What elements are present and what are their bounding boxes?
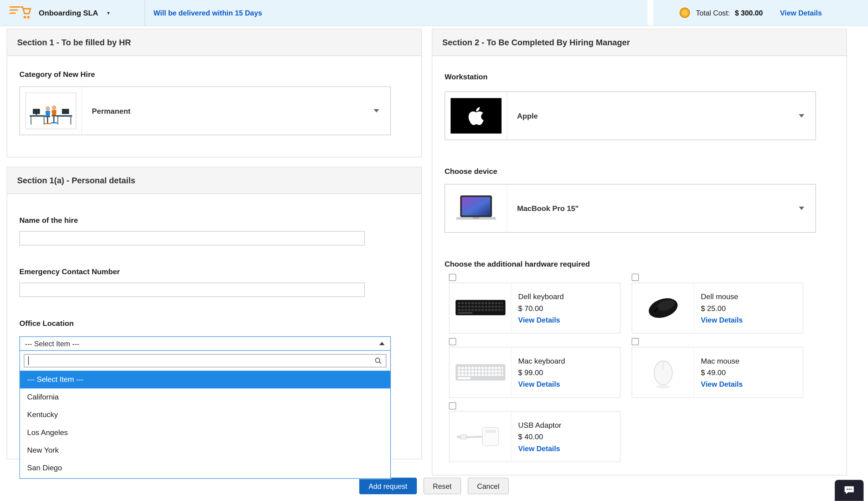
screen: Onboarding SLA ▾ Will be delivered withi… bbox=[0, 0, 868, 501]
total-cost-panel: Total Cost: $ 300.00 View Details bbox=[648, 0, 868, 25]
office-location-selected-text: --- Select Item --- bbox=[25, 339, 79, 348]
hardware-price: $ 70.00 bbox=[518, 304, 564, 312]
hardware-checkbox[interactable] bbox=[632, 274, 639, 281]
dropdown-option[interactable]: --- Select Item --- bbox=[20, 371, 390, 388]
item-header: Onboarding SLA ▾ bbox=[0, 4, 145, 22]
text-caret bbox=[28, 356, 29, 365]
total-cost-value: $ 300.00 bbox=[735, 9, 762, 17]
hardware-view-details-link[interactable]: View Details bbox=[518, 316, 560, 324]
dropdown-option[interactable]: San Diego bbox=[20, 459, 390, 477]
chevron-down-icon bbox=[799, 207, 804, 210]
additional-hardware-label: Choose the additional hardware required bbox=[444, 260, 834, 268]
hardware-item: Mac mouse $ 49.00 View Details bbox=[632, 338, 803, 398]
dropdown-options: --- Select Item --- California Kentucky … bbox=[20, 371, 390, 478]
dropdown-search-input[interactable] bbox=[24, 354, 386, 367]
hardware-price: $ 40.00 bbox=[518, 433, 561, 441]
form-actions: Add request Reset Cancel bbox=[0, 478, 868, 494]
hardware-view-details-link[interactable]: View Details bbox=[701, 380, 743, 388]
hardware-checkbox[interactable] bbox=[449, 274, 456, 281]
hardware-card: Mac keyboard $ 99.00 View Details bbox=[449, 347, 620, 398]
office-location-dropdown: --- Select Item --- bbox=[20, 336, 391, 351]
hardware-card: Dell mouse $ 25.00 View Details bbox=[632, 283, 803, 334]
cancel-button[interactable]: Cancel bbox=[468, 478, 509, 494]
chat-button[interactable] bbox=[835, 480, 864, 501]
hardware-image bbox=[632, 283, 694, 333]
choose-device-label: Choose device bbox=[444, 167, 834, 175]
hardware-checkbox[interactable] bbox=[449, 338, 456, 345]
search-icon bbox=[374, 357, 382, 365]
section-2-box: Section 2 - To Be Completed By Hiring Ma… bbox=[432, 29, 847, 476]
item-title-dropdown-icon[interactable]: ▾ bbox=[107, 10, 110, 16]
category-select[interactable]: Permanent bbox=[20, 86, 391, 135]
hardware-name: Dell mouse bbox=[701, 292, 743, 300]
section-1a-box: Section 1(a) - Personal details Name of … bbox=[7, 167, 422, 459]
office-location-label: Office Location bbox=[20, 319, 409, 328]
coin-icon bbox=[679, 7, 691, 19]
section-1-header: Section 1 - To be filled by HR bbox=[7, 30, 421, 56]
reset-button[interactable]: Reset bbox=[424, 478, 461, 494]
category-selected-value: Permanent bbox=[92, 107, 131, 115]
hardware-price: $ 49.00 bbox=[701, 368, 743, 376]
hardware-name: Dell keyboard bbox=[518, 292, 564, 300]
office-location-selected[interactable]: --- Select Item --- bbox=[20, 336, 391, 351]
hardware-image bbox=[632, 348, 694, 397]
workstation-selected-value: Apple bbox=[517, 111, 538, 120]
chevron-up-icon bbox=[379, 342, 385, 345]
dropdown-option[interactable]: New York bbox=[20, 442, 390, 459]
emergency-contact-input[interactable] bbox=[20, 283, 365, 297]
order-cart-icon bbox=[9, 4, 31, 22]
dropdown-option[interactable]: Los Angeles bbox=[20, 424, 390, 441]
right-column: Section 2 - To Be Completed By Hiring Ma… bbox=[432, 29, 847, 476]
total-cost-view-details-link[interactable]: View Details bbox=[780, 9, 822, 17]
hardware-name: USB Adaptor bbox=[518, 421, 561, 429]
section-2-header: Section 2 - To Be Completed By Hiring Ma… bbox=[432, 30, 846, 56]
hardware-name: Mac mouse bbox=[701, 356, 743, 365]
hardware-card: USB Adaptor $ 40.00 View Details bbox=[449, 411, 620, 462]
delivery-sla-note: Will be delivered within 15 Days bbox=[153, 9, 262, 17]
hardware-grid: Dell keyboard $ 70.00 View Details bbox=[449, 274, 834, 462]
hardware-view-details-link[interactable]: View Details bbox=[518, 444, 560, 452]
chevron-down-icon bbox=[799, 114, 804, 117]
left-column: Section 1 - To be filled by HR Category … bbox=[7, 29, 422, 459]
hardware-name: Mac keyboard bbox=[518, 356, 565, 365]
apple-logo bbox=[450, 98, 502, 134]
macbook-image bbox=[450, 189, 502, 227]
total-cost-label: Total Cost: bbox=[696, 9, 730, 17]
category-label: Category of New Hire bbox=[20, 70, 409, 78]
hardware-checkbox[interactable] bbox=[632, 338, 639, 345]
hardware-image bbox=[450, 283, 512, 333]
hardware-item: Dell mouse $ 25.00 View Details bbox=[632, 274, 803, 333]
topbar-divider bbox=[145, 0, 145, 26]
hardware-item: Mac keyboard $ 99.00 View Details bbox=[449, 338, 620, 398]
hardware-image bbox=[450, 348, 512, 397]
dropdown-option[interactable]: California bbox=[20, 388, 390, 406]
hardware-price: $ 25.00 bbox=[701, 304, 743, 312]
item-title: Onboarding SLA bbox=[39, 9, 98, 17]
hardware-card: Dell keyboard $ 70.00 View Details bbox=[449, 283, 620, 334]
category-permanent-image bbox=[25, 93, 76, 129]
catalog-order-form: Onboarding SLA ▾ Will be delivered withi… bbox=[0, 0, 868, 501]
hardware-item: Dell keyboard $ 70.00 View Details bbox=[449, 274, 620, 333]
section-1a-header: Section 1(a) - Personal details bbox=[7, 167, 421, 194]
device-selected-value: MacBook Pro 15" bbox=[517, 204, 579, 213]
workstation-label: Workstation bbox=[444, 73, 834, 81]
name-of-hire-input[interactable] bbox=[20, 231, 365, 245]
name-of-hire-label: Name of the hire bbox=[20, 216, 409, 224]
hardware-view-details-link[interactable]: View Details bbox=[701, 316, 743, 324]
workstation-select[interactable]: Apple bbox=[444, 92, 816, 140]
hardware-image bbox=[450, 412, 512, 461]
hardware-price: $ 99.00 bbox=[518, 368, 565, 376]
office-location-dropdown-panel: --- Select Item --- California Kentucky … bbox=[20, 351, 391, 479]
hardware-checkbox[interactable] bbox=[449, 402, 456, 409]
dropdown-option[interactable]: Kentucky bbox=[20, 406, 390, 424]
hardware-card: Mac mouse $ 49.00 View Details bbox=[632, 347, 803, 398]
emergency-contact-label: Emergency Contact Number bbox=[20, 267, 409, 276]
hardware-view-details-link[interactable]: View Details bbox=[518, 380, 560, 388]
hardware-item: USB Adaptor $ 40.00 View Details bbox=[449, 402, 620, 462]
chevron-down-icon bbox=[374, 109, 379, 113]
top-bar: Onboarding SLA ▾ Will be delivered withi… bbox=[0, 0, 868, 26]
device-select[interactable]: MacBook Pro 15" bbox=[444, 184, 816, 233]
section-1-box: Section 1 - To be filled by HR Category … bbox=[7, 29, 422, 158]
add-request-button[interactable]: Add request bbox=[359, 478, 417, 494]
chat-bubble-icon bbox=[843, 485, 855, 496]
